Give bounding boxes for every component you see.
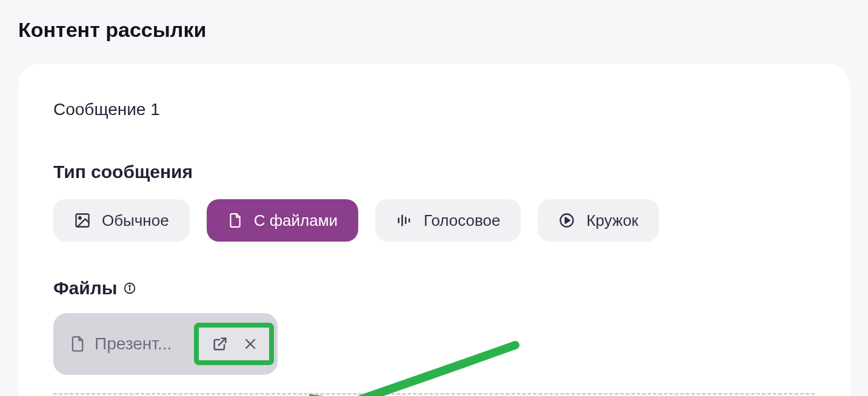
close-icon[interactable] <box>241 335 259 353</box>
file-actions-highlight <box>194 323 274 365</box>
type-option-with-files[interactable]: С файлами <box>207 199 358 242</box>
type-option-label: Голосовое <box>424 211 500 230</box>
divider <box>53 393 815 395</box>
play-circle-icon <box>558 212 575 229</box>
document-icon <box>69 335 86 352</box>
message-type-options: Обычное С файлами Голосовое Кружок <box>53 199 815 242</box>
message-card: Сообщение 1 Тип сообщения Обычное С файл… <box>18 64 850 396</box>
svg-marker-7 <box>566 217 570 223</box>
type-option-label: С файлами <box>254 211 338 230</box>
page-title: Контент рассылки <box>18 18 850 42</box>
svg-point-10 <box>130 285 131 286</box>
files-label-text: Файлы <box>53 278 117 299</box>
type-option-circle[interactable]: Кружок <box>538 199 659 242</box>
open-external-icon[interactable] <box>211 335 229 353</box>
type-option-label: Кружок <box>586 211 638 230</box>
document-icon <box>227 213 243 228</box>
info-icon[interactable] <box>123 282 136 295</box>
audio-wave-icon <box>396 212 413 229</box>
page-root: Контент рассылки Сообщение 1 Тип сообщен… <box>0 0 868 396</box>
files-section-label: Файлы <box>53 278 815 299</box>
file-attachment-chip[interactable]: Презент... <box>53 313 278 375</box>
file-name: Презент... <box>95 334 185 354</box>
message-title: Сообщение 1 <box>53 100 815 119</box>
type-option-voice[interactable]: Голосовое <box>375 199 521 242</box>
svg-point-1 <box>79 217 81 219</box>
type-option-regular[interactable]: Обычное <box>53 199 190 242</box>
type-option-label: Обычное <box>102 211 169 230</box>
image-icon <box>74 212 91 229</box>
message-type-label: Тип сообщения <box>53 162 815 182</box>
annotation-arrow <box>309 339 527 396</box>
